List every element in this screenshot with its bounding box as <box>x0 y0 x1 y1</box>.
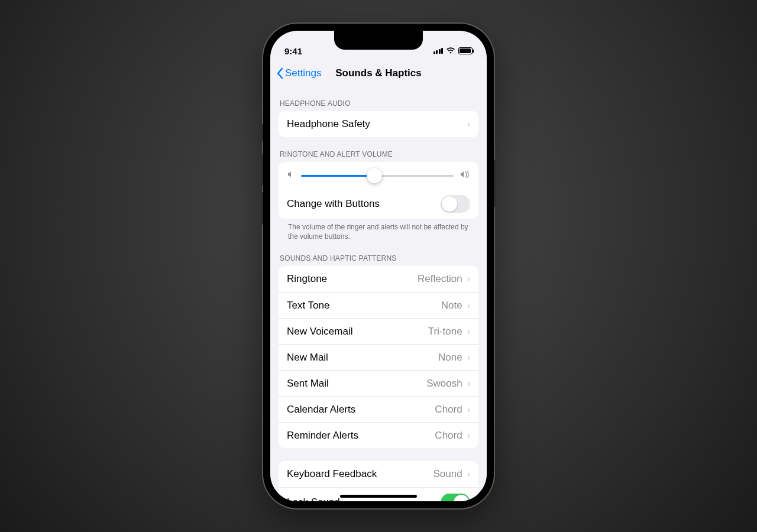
chevron-right-icon: › <box>467 352 470 363</box>
page-title: Sounds & Haptics <box>335 67 421 79</box>
chevron-right-icon: › <box>467 469 470 479</box>
row-text-tone[interactable]: Text ToneNote› <box>279 292 478 318</box>
wifi-icon <box>446 46 455 56</box>
notch <box>334 31 423 50</box>
row-label: Keyboard Feedback <box>287 468 377 480</box>
row-value: Chord <box>435 404 462 416</box>
chevron-right-icon: › <box>467 378 470 389</box>
speaker-high-icon <box>460 170 470 181</box>
chevron-right-icon: › <box>467 274 470 284</box>
status-time: 9:41 <box>284 46 302 56</box>
nav-bar: Settings Sounds & Haptics <box>270 60 487 86</box>
row-label: Lock Sound <box>287 497 340 501</box>
row-label: Headphone Safety <box>287 118 370 130</box>
chevron-right-icon: › <box>467 430 470 441</box>
row-value: Tri-tone <box>428 326 462 338</box>
row-value: Sound <box>434 468 462 480</box>
row-headphone-safety[interactable]: Headphone Safety › <box>279 111 478 137</box>
slider-fill <box>301 175 374 177</box>
row-value: Note <box>441 300 462 312</box>
section-header-volume: RINGTONE AND ALERT VOLUME <box>270 137 487 162</box>
row-label: Reminder Alerts <box>287 430 358 442</box>
speaker-low-icon <box>287 170 295 181</box>
footer-volume: The volume of the ringer and alerts will… <box>270 219 487 241</box>
volume-slider[interactable] <box>301 175 454 177</box>
content[interactable]: HEADPHONE AUDIO Headphone Safety › RINGT… <box>270 86 487 501</box>
battery-icon <box>458 47 473 54</box>
row-value: Swoosh <box>426 378 462 390</box>
row-new-voicemail[interactable]: New VoicemailTri-tone› <box>279 318 478 344</box>
chevron-left-icon <box>276 67 283 79</box>
group-volume: Change with Buttons <box>279 162 478 219</box>
toggle-change-with-buttons[interactable] <box>441 195 470 213</box>
home-indicator <box>340 495 417 498</box>
row-calendar-alerts[interactable]: Calendar AlertsChord› <box>279 396 478 422</box>
back-button[interactable]: Settings <box>276 67 321 79</box>
volume-slider-row <box>279 162 478 189</box>
toggle-lock-sound[interactable] <box>441 494 470 501</box>
section-header-headphone: HEADPHONE AUDIO <box>270 86 487 111</box>
row-sent-mail[interactable]: Sent MailSwoosh› <box>279 370 478 396</box>
slider-thumb[interactable] <box>367 168 382 183</box>
row-label: New Mail <box>287 352 328 364</box>
row-label: Sent Mail <box>287 378 329 390</box>
back-label: Settings <box>285 67 321 79</box>
chevron-right-icon: › <box>467 326 470 337</box>
group-headphone: Headphone Safety › <box>279 111 478 137</box>
group-patterns: RingtoneReflection›Text ToneNote›New Voi… <box>279 266 478 448</box>
row-reminder-alerts[interactable]: Reminder AlertsChord› <box>279 422 478 448</box>
chevron-right-icon: › <box>467 119 470 129</box>
row-keyboard-feedback[interactable]: Keyboard Feedback Sound › <box>279 461 478 487</box>
row-ringtone[interactable]: RingtoneReflection› <box>279 266 478 292</box>
row-value: Reflection <box>418 273 462 285</box>
chevron-right-icon: › <box>467 300 470 311</box>
row-new-mail[interactable]: New MailNone› <box>279 344 478 370</box>
phone-frame: 9:41 Settings Sounds & Haptics HEADPHONE… <box>263 24 494 508</box>
chevron-right-icon: › <box>467 404 470 415</box>
row-value: None <box>438 352 462 364</box>
row-value: Chord <box>435 430 462 442</box>
row-label: Text Tone <box>287 300 329 312</box>
row-label: Change with Buttons <box>287 198 380 210</box>
cellular-icon <box>434 48 444 54</box>
section-header-patterns: SOUNDS AND HAPTIC PATTERNS <box>270 241 487 266</box>
row-label: New Voicemail <box>287 326 353 338</box>
row-label: Calendar Alerts <box>287 404 355 416</box>
screen: 9:41 Settings Sounds & Haptics HEADPHONE… <box>270 31 487 501</box>
row-change-with-buttons[interactable]: Change with Buttons <box>279 189 478 219</box>
row-label: Ringtone <box>287 273 327 285</box>
